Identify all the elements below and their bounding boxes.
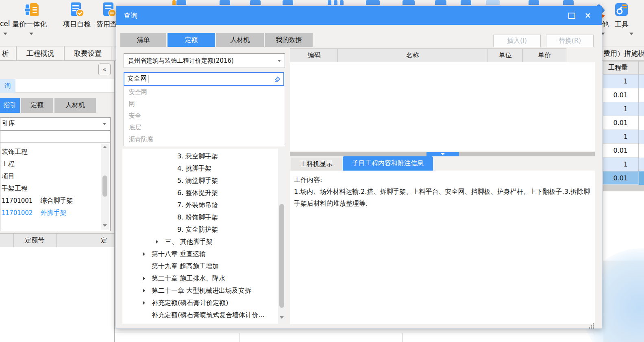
toolbar-fee-view-button[interactable]: 费用查	[96, 20, 117, 29]
col-header-price[interactable]: 单价	[522, 48, 566, 62]
results-table-body[interactable]	[290, 62, 595, 151]
grid-cell[interactable]	[639, 102, 644, 116]
clear-search-icon[interactable]	[273, 75, 281, 83]
left-tab-guide[interactable]: 指引	[0, 98, 20, 113]
guide-library-combo[interactable]: 引库	[0, 117, 111, 131]
list-item[interactable]: 工程	[0, 158, 110, 170]
tree-item[interactable]: 第二十一章 大型机械进出场及安拆	[122, 285, 278, 297]
grid-cell[interactable]	[639, 144, 644, 158]
splitter-collapse-handle[interactable]	[426, 152, 459, 156]
insert-button[interactable]: 插入(I)	[493, 35, 541, 47]
dialog-tab-qingdan[interactable]: 清单	[120, 33, 166, 47]
tree-expand-icon[interactable]	[143, 289, 145, 293]
chevron-down-icon[interactable]	[629, 33, 633, 35]
grid-cell[interactable]	[639, 88, 644, 102]
dialog-tab-rencaiji[interactable]: 人材机	[216, 33, 264, 47]
dialog-tab-dinge[interactable]: 定额	[168, 33, 215, 47]
tree-item[interactable]: 9. 安全防护架	[122, 224, 278, 236]
price-integration-icon[interactable]	[24, 2, 40, 20]
tree-expand-icon[interactable]	[143, 252, 145, 256]
suggestion-item[interactable]: 底层	[124, 122, 284, 134]
suggestion-item[interactable]: 网	[124, 98, 284, 110]
list-item-selected[interactable]: 11701002 外脚手架	[0, 207, 110, 219]
chevron-down-icon[interactable]	[3, 33, 7, 35]
chevron-down-icon[interactable]	[29, 33, 33, 35]
grid-cell-qty[interactable]: 0.01	[603, 144, 638, 158]
replace-button[interactable]: 替换(R)	[546, 35, 594, 47]
resize-grip[interactable]	[589, 323, 594, 328]
horizontal-splitter[interactable]	[290, 152, 595, 156]
quota-header[interactable]: 定	[101, 236, 107, 245]
tree-item[interactable]: 补充定额(磷石膏计价定额)	[122, 297, 278, 309]
collapse-panel-button[interactable]: «	[98, 64, 111, 75]
toolbar-tools-button[interactable]: 工具	[615, 20, 629, 29]
list-item[interactable]: 手架工程	[0, 182, 110, 195]
toolbar-price-integration-button[interactable]: 量价一体化	[12, 20, 47, 29]
grid-cell-qty[interactable]: 1	[603, 75, 638, 88]
suggestion-item[interactable]: 安全	[124, 110, 284, 122]
tree-item[interactable]: 7. 外装饰吊篮	[122, 199, 278, 211]
left-query-tab[interactable]: 询	[0, 79, 15, 93]
grid-cell-selected[interactable]	[639, 171, 644, 185]
tree-item[interactable]: 补充定额(磷石膏喷筑式复合墙体计价...	[122, 309, 278, 321]
close-button[interactable]	[583, 11, 593, 20]
scrollbar-thumb[interactable]	[102, 175, 107, 197]
scrollbar-thumb[interactable]	[279, 204, 284, 308]
tab-resource-display[interactable]: 工料机显示	[291, 158, 342, 171]
tree-item[interactable]: 第十八章 垂直运输	[122, 248, 278, 260]
left-tab-quota[interactable]: 定额	[21, 98, 53, 113]
suggestion-item[interactable]: 安全网	[124, 86, 284, 98]
guide-search-input[interactable]	[0, 130, 111, 143]
grid-cell[interactable]	[639, 130, 644, 144]
quota-search-input[interactable]: 安全网	[124, 72, 284, 86]
left-tab-resources[interactable]: 人材机	[54, 98, 96, 113]
toolbar-other-button[interactable]: 他	[602, 20, 609, 29]
maximize-button[interactable]	[567, 11, 577, 20]
tree-expand-icon[interactable]	[156, 240, 158, 244]
tab-fee-setting[interactable]: 取费设置	[64, 46, 111, 61]
scroll-up-icon[interactable]	[103, 146, 107, 148]
qty-column-header[interactable]: 工程量	[603, 61, 644, 75]
tree-item[interactable]: 第十九章 超高施工增加	[122, 260, 278, 272]
tree-item[interactable]: 三、 其他脚手架	[122, 236, 278, 248]
tab-work-content[interactable]: 子目工程内容和附注信息	[343, 156, 433, 171]
panel-divider[interactable]	[114, 61, 115, 342]
quota-library-combo[interactable]: 贵州省建筑与装饰工程计价定额(2016)	[124, 53, 285, 68]
quota-no-header[interactable]: 定额号	[14, 234, 56, 247]
col-header-name[interactable]: 名称	[337, 48, 488, 62]
toolbar-excel-button[interactable]: cel	[0, 20, 10, 28]
list-item[interactable]: 项目	[0, 170, 110, 182]
scroll-down-icon[interactable]	[103, 224, 107, 227]
col-header-code[interactable]: 编码	[290, 48, 338, 62]
dialog-title-bar[interactable]: 查询	[116, 6, 602, 25]
tree-expand-icon[interactable]	[143, 276, 145, 281]
grid-cell[interactable]	[639, 158, 644, 171]
suggestion-item[interactable]: 沥青防腐	[124, 134, 284, 145]
col-header-unit[interactable]: 单位	[487, 48, 523, 62]
grid-cell-qty[interactable]: 1	[603, 130, 638, 144]
tab-project-overview[interactable]: 工程概况	[16, 46, 64, 61]
grid-cell-qty[interactable]: 0.01	[603, 116, 638, 130]
scroll-down-icon[interactable]	[280, 316, 284, 319]
tree-item[interactable]: 8. 粉饰脚手架	[122, 211, 278, 224]
tree-scrollbar[interactable]	[278, 149, 285, 324]
list-item[interactable]: 11701001 综合脚手架	[0, 195, 110, 207]
tree-item[interactable]: 第二十章 施工排水、降水	[122, 272, 278, 285]
fee-view-icon[interactable]	[102, 2, 117, 20]
tree-item[interactable]: 5. 满堂脚手架	[122, 175, 278, 187]
dialog-tab-mydata[interactable]: 我的数据	[265, 33, 313, 47]
tree-expand-icon[interactable]	[143, 301, 145, 305]
grid-cell-qty-selected[interactable]: 0.01	[603, 171, 638, 185]
next-column-header[interactable]	[639, 61, 644, 75]
tree-item[interactable]: 补充定额(磷石膏…	[122, 321, 278, 324]
tree-item[interactable]: 6. 整体提升架	[122, 187, 278, 199]
grid-cell-qty[interactable]: 1	[603, 102, 638, 116]
toolbar-project-self-check-button[interactable]: 项目自检	[63, 20, 91, 29]
grid-cell[interactable]	[639, 75, 644, 88]
project-self-check-icon[interactable]	[69, 2, 85, 20]
tab-analysis[interactable]: 析	[0, 46, 16, 61]
tools-icon[interactable]	[614, 2, 630, 20]
grid-cell-qty[interactable]: 0.01	[603, 88, 638, 102]
tree-item[interactable]: 4. 挑脚手架	[122, 162, 278, 175]
grid-cell-qty[interactable]: 1	[603, 158, 638, 171]
